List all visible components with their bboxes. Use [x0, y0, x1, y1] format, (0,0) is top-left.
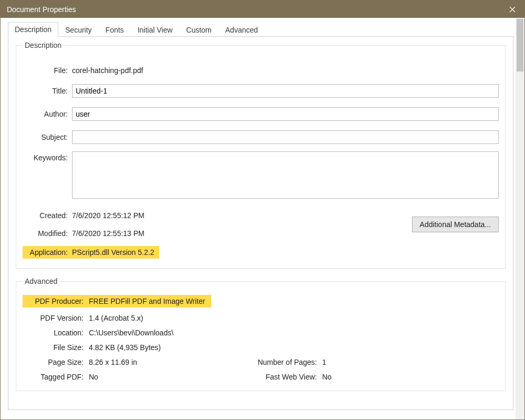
label-keywords: Keywords:: [23, 151, 72, 162]
row-pagesize-numpages: Page Size: 8.26 x 11.69 in Number of Pag…: [23, 358, 499, 366]
row-producer-highlight: PDF Producer: FREE PDFill PDF and Image …: [23, 295, 211, 308]
label-author: Author:: [23, 110, 72, 118]
label-location: Location:: [23, 329, 89, 337]
value-numpages: 1: [322, 358, 326, 366]
row-created: Created: 7/6/2020 12:55:12 PM: [23, 210, 412, 221]
label-file: File:: [23, 66, 72, 75]
value-producer: FREE PDFill PDF and Image Writer: [89, 297, 205, 305]
additional-metadata-button[interactable]: Additional Metadata...: [412, 217, 499, 232]
label-subject: Subject:: [23, 133, 72, 141]
advanced-legend: Advanced: [23, 277, 59, 285]
row-keywords: Keywords:: [23, 151, 499, 199]
input-keywords[interactable]: [72, 151, 499, 199]
label-version: PDF Version:: [23, 314, 89, 322]
tab-panel-description: Description File: corel-hatching-pdf.pdf…: [8, 37, 513, 410]
label-modified: Modified:: [23, 229, 72, 238]
scrollbar-thumb[interactable]: [517, 19, 523, 71]
value-tagged: No: [89, 373, 98, 381]
label-filesize: File Size:: [23, 343, 89, 352]
value-fastweb: No: [322, 373, 332, 381]
row-application-highlight: Application: PScript5.dll Version 5.2.2: [23, 246, 159, 259]
tab-fonts[interactable]: Fonts: [99, 23, 131, 37]
value-filesize: 4.82 KB (4,935 Bytes): [89, 343, 161, 352]
tab-security[interactable]: Security: [58, 23, 99, 37]
input-title[interactable]: [72, 84, 499, 98]
value-modified: 7/6/2020 12:55:13 PM: [72, 228, 412, 239]
row-version: PDF Version: 1.4 (Acrobat 5.x): [23, 314, 499, 322]
row-location: Location: C:\Users\bevi\Downloads\: [23, 329, 499, 337]
content: Description Security Fonts Initial View …: [1, 18, 516, 419]
window-title: Document Properties: [7, 5, 500, 14]
advanced-group: Advanced PDF Producer: FREE PDFill PDF a…: [16, 277, 506, 391]
label-application: Application:: [25, 248, 72, 257]
tab-initial-view[interactable]: Initial View: [131, 23, 180, 37]
close-button[interactable]: [500, 1, 524, 18]
tab-description[interactable]: Description: [8, 22, 58, 37]
tab-custom[interactable]: Custom: [179, 23, 218, 37]
row-modified: Modified: 7/6/2020 12:55:13 PM: [23, 228, 412, 239]
row-filesize: File Size: 4.82 KB (4,935 Bytes): [23, 343, 499, 352]
description-legend: Description: [23, 41, 64, 49]
value-file: corel-hatching-pdf.pdf: [72, 65, 499, 76]
label-title: Title:: [23, 87, 72, 95]
document-properties-window: Document Properties Description Security…: [0, 0, 525, 420]
value-pagesize: 8.26 x 11.69 in: [89, 358, 137, 366]
description-group: Description File: corel-hatching-pdf.pdf…: [16, 41, 506, 269]
value-location: C:\Users\bevi\Downloads\: [89, 329, 173, 337]
label-fastweb: Fast Web View:: [243, 373, 322, 381]
value-application: PScript5.dll Version 5.2.2: [72, 248, 154, 257]
vertical-scrollbar[interactable]: [516, 18, 524, 419]
row-subject: Subject:: [23, 130, 499, 144]
created-area: Created: 7/6/2020 12:55:12 PM Modified: …: [23, 210, 499, 239]
tab-advanced[interactable]: Advanced: [219, 23, 265, 37]
input-author[interactable]: [72, 107, 499, 121]
value-created: 7/6/2020 12:55:12 PM: [72, 210, 412, 221]
row-author: Author:: [23, 107, 499, 121]
row-title: Title:: [23, 84, 499, 98]
body-area: Description Security Fonts Initial View …: [1, 18, 524, 419]
label-producer: PDF Producer:: [25, 297, 89, 305]
label-numpages: Number of Pages:: [243, 358, 322, 366]
label-created: Created:: [23, 211, 72, 220]
tabstrip: Description Security Fonts Initial View …: [8, 22, 513, 37]
close-icon: [509, 6, 516, 13]
row-tagged-fastweb: Tagged PDF: No Fast Web View: No: [23, 373, 499, 381]
titlebar: Document Properties: [1, 1, 524, 18]
label-tagged: Tagged PDF:: [23, 373, 89, 381]
value-version: 1.4 (Acrobat 5.x): [89, 314, 143, 322]
row-file: File: corel-hatching-pdf.pdf: [23, 65, 499, 76]
input-subject[interactable]: [72, 130, 499, 144]
label-pagesize: Page Size:: [23, 358, 89, 366]
